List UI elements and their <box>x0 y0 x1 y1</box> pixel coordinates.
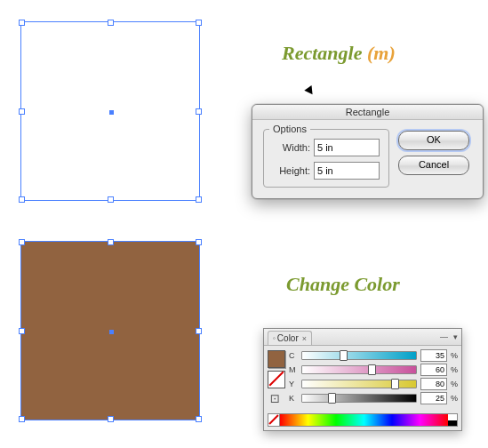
brown-rectangle-selection <box>20 241 200 420</box>
cursor-icon <box>304 85 316 97</box>
spectrum-bar[interactable] <box>268 413 458 427</box>
color-tab-label: Color <box>277 333 299 343</box>
height-label: Height: <box>271 165 310 176</box>
menu-icon[interactable]: ▾ <box>453 332 458 341</box>
ok-button[interactable]: OK <box>398 131 469 150</box>
color-panel: ◦ Color × — ▾ ⚀ C % M <box>263 328 462 431</box>
height-input[interactable] <box>314 162 380 180</box>
heading-shortcut: (m) <box>367 42 396 64</box>
none-color-icon[interactable] <box>268 414 280 426</box>
cancel-button[interactable]: Cancel <box>398 156 469 175</box>
m-slider[interactable] <box>301 365 417 374</box>
change-color-heading: Change Color <box>286 273 400 296</box>
white-rectangle-selection <box>20 21 200 201</box>
k-label: K <box>289 394 298 403</box>
y-input[interactable] <box>420 378 447 390</box>
fill-swatch[interactable] <box>268 350 285 368</box>
k-input[interactable] <box>420 392 447 404</box>
options-legend: Options <box>269 124 310 134</box>
stroke-swatch[interactable] <box>268 371 285 388</box>
panel-tabbar: ◦ Color × — ▾ <box>264 329 461 346</box>
c-label: C <box>289 351 298 360</box>
hue-spectrum[interactable] <box>280 414 448 426</box>
y-slider[interactable] <box>301 380 417 388</box>
y-label: Y <box>289 380 298 388</box>
m-label: M <box>289 365 298 374</box>
options-fieldset: Options Width: Height: <box>263 129 389 188</box>
m-input[interactable] <box>420 364 447 376</box>
rectangle-heading: Rectangle (m) <box>282 42 396 65</box>
c-input[interactable] <box>420 349 447 362</box>
heading-text: Rectangle <box>282 42 362 64</box>
cube-icon[interactable]: ⚀ <box>268 393 282 407</box>
c-slider[interactable] <box>301 351 417 360</box>
color-tab[interactable]: ◦ Color × <box>268 331 312 345</box>
minimize-icon[interactable]: — <box>440 332 448 341</box>
k-slider[interactable] <box>301 394 417 403</box>
panel-controls: — ▾ <box>440 332 458 341</box>
close-icon[interactable]: × <box>302 334 307 343</box>
rectangle-dialog: Rectangle Options Width: Height: OK Canc… <box>252 104 484 199</box>
tab-dot-icon: ◦ <box>273 334 276 342</box>
width-label: Width: <box>271 142 310 153</box>
dialog-title: Rectangle <box>252 105 483 120</box>
width-input[interactable] <box>314 139 380 156</box>
canvas: Rectangle (m) Rectangle Options Width: H… <box>0 0 488 448</box>
